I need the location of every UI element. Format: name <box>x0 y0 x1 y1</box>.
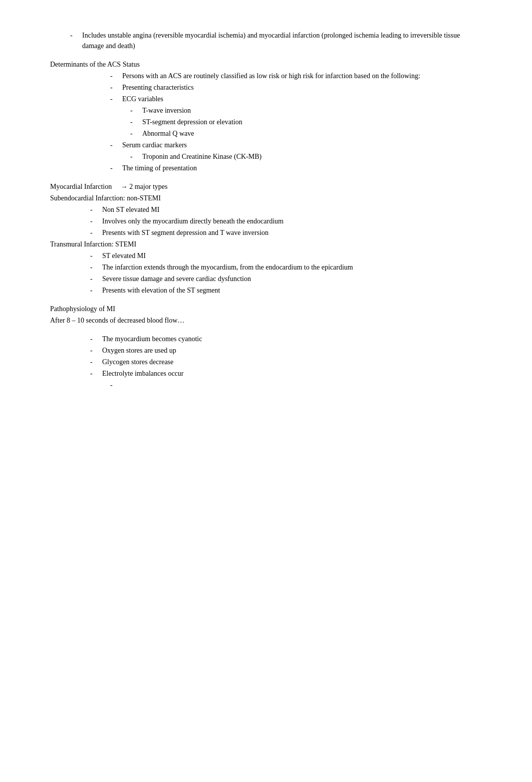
bullet-dash: - <box>130 105 138 116</box>
determinants-text-5: Abnormal Q wave <box>142 128 194 139</box>
subendo-item-2: - Presents with ST segment depression an… <box>50 227 481 238</box>
transmural-text-3: Presents with elevation of the ST segmen… <box>102 285 220 296</box>
bullet-dash: - <box>110 94 118 104</box>
bullet-dash: - <box>90 357 98 367</box>
bullet-dash: - <box>110 82 118 93</box>
determinants-item-0: - Persons with an ACS are routinely clas… <box>50 71 481 81</box>
determinants-text-7: Troponin and Creatinine Kinase (CK-MB) <box>142 151 261 162</box>
bullet-dash: - <box>90 368 98 379</box>
determinants-item-1: - Presenting characteristics <box>50 82 481 93</box>
bullet-dash: - <box>110 140 118 150</box>
intro-bullet: - Includes unstable angina (reversible m… <box>50 30 481 51</box>
patho-text-3: Electrolyte imbalances occur <box>102 368 183 379</box>
transmural-item-2: - Severe tissue damage and severe cardia… <box>50 274 481 284</box>
patho-item-2: - Glycogen stores decrease <box>50 357 481 367</box>
determinants-text-0: Persons with an ACS are routinely classi… <box>122 71 420 81</box>
bullet-dash: - <box>90 334 98 344</box>
bullet-dash: - <box>90 285 98 296</box>
determinants-item-7: - Troponin and Creatinine Kinase (CK-MB) <box>50 151 481 162</box>
patho-item-3: - Electrolyte imbalances occur <box>50 368 481 379</box>
patho-text-2: Glycogen stores decrease <box>102 357 173 367</box>
intro-text: Includes unstable angina (reversible myo… <box>82 30 481 51</box>
patho-text-0: The myocardium becomes cyanotic <box>102 334 202 344</box>
determinants-item-3: - T-wave inversion <box>50 105 481 116</box>
main-content: - Includes unstable angina (reversible m… <box>50 30 481 390</box>
transmural-item-0: - ST elevated MI <box>50 250 481 261</box>
trailing-bullet: - <box>50 380 481 390</box>
bullet-dash: - <box>90 262 98 273</box>
subendo-text-2: Presents with ST segment depression and … <box>102 227 269 238</box>
determinants-item-8: - The timing of presentation <box>50 163 481 173</box>
pathophysiology-subheading: After 8 – 10 seconds of decreased blood … <box>50 315 481 326</box>
subendo-text-1: Involves only the myocardium directly be… <box>102 216 284 226</box>
determinants-item-6: - Serum cardiac markers <box>50 140 481 150</box>
transmural-item-1: - The infarction extends through the myo… <box>50 262 481 273</box>
bullet-dash: - <box>90 274 98 284</box>
bullet-dash: - <box>110 380 118 390</box>
mi-arrow: → 2 major types <box>121 183 168 190</box>
mi-heading-line: Myocardial Infarction → 2 major types <box>50 181 481 192</box>
subendo-heading: Subendocardial Infarction: non-STEMI <box>50 193 481 203</box>
transmural-heading: Transmural Infarction: STEMI <box>50 239 481 249</box>
bullet-dash: - <box>110 71 118 81</box>
bullet-dash: - <box>90 227 98 238</box>
determinants-text-2: ECG variables <box>122 94 163 104</box>
bullet-dash: - <box>130 151 138 162</box>
subendo-text-0: Non ST elevated MI <box>102 204 159 215</box>
transmural-text-0: ST elevated MI <box>102 250 146 261</box>
bullet-dash: - <box>130 117 138 127</box>
determinants-item-5: - Abnormal Q wave <box>50 128 481 139</box>
bullet-dash: - <box>70 30 78 41</box>
transmural-item-3: - Presents with elevation of the ST segm… <box>50 285 481 296</box>
transmural-text-1: The infarction extends through the myoca… <box>102 262 353 273</box>
determinants-item-4: - ST-segment depression or elevation <box>50 117 481 127</box>
determinants-text-4: ST-segment depression or elevation <box>142 117 242 127</box>
determinants-heading: Determinants of the ACS Status <box>50 59 481 70</box>
bullet-dash: - <box>110 163 118 173</box>
patho-text-1: Oxygen stores are used up <box>102 345 176 356</box>
determinants-item-2: - ECG variables <box>50 94 481 104</box>
subendo-item-1: - Involves only the myocardium directly … <box>50 216 481 226</box>
bullet-dash: - <box>130 128 138 139</box>
subendo-item-0: - Non ST elevated MI <box>50 204 481 215</box>
patho-item-0: - The myocardium becomes cyanotic <box>50 334 481 344</box>
bullet-dash: - <box>90 250 98 261</box>
determinants-text-1: Presenting characteristics <box>122 82 194 93</box>
bullet-dash: - <box>90 204 98 215</box>
determinants-text-6: Serum cardiac markers <box>122 140 187 150</box>
pathophysiology-heading: Pathophysiology of MI <box>50 304 481 314</box>
bullet-dash: - <box>90 345 98 356</box>
determinants-text-3: T-wave inversion <box>142 105 191 116</box>
patho-item-1: - Oxygen stores are used up <box>50 345 481 356</box>
bullet-dash: - <box>90 216 98 226</box>
mi-heading: Myocardial Infarction <box>50 183 112 190</box>
determinants-text-8: The timing of presentation <box>122 163 197 173</box>
transmural-text-2: Severe tissue damage and severe cardiac … <box>102 274 251 284</box>
